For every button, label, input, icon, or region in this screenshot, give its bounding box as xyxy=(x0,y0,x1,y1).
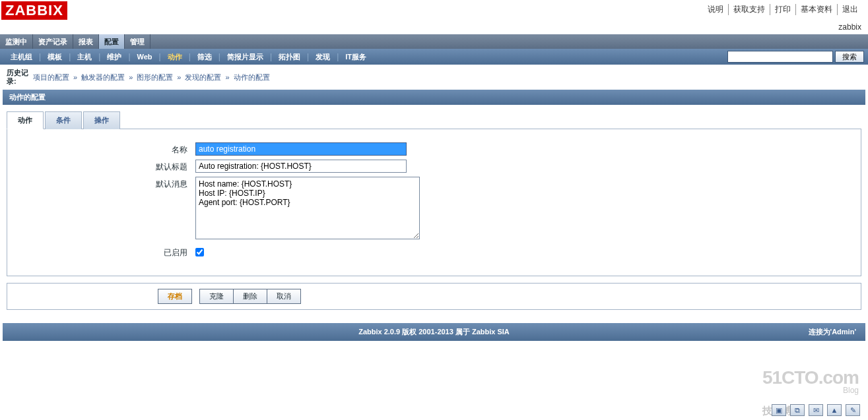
submenu-filters[interactable]: 筛选 xyxy=(191,52,218,62)
logo: ZABBIX xyxy=(1,1,67,20)
message-label: 默认消息 xyxy=(14,177,195,190)
submenu-discovery[interactable]: 发现 xyxy=(309,52,337,62)
menu-admin[interactable]: 管理 xyxy=(125,34,150,49)
delete-button[interactable]: 删除 xyxy=(233,289,267,304)
submenu-itservices[interactable]: IT服务 xyxy=(339,52,373,62)
enabled-label: 已启用 xyxy=(14,245,195,258)
history-item[interactable]: 动作的配置 xyxy=(234,73,270,82)
history-item[interactable]: 项目的配置 xyxy=(33,73,69,82)
form-panel: 名称 默认标题 默认消息 Host name: {HOST.HOST} Host… xyxy=(7,129,861,276)
history-label: 历史记录: xyxy=(7,69,33,86)
name-input[interactable] xyxy=(195,142,407,156)
menu-monitoring[interactable]: 监测中 xyxy=(0,34,33,49)
footer: Zabbix 2.0.9 版权 2001-2013 属于 Zabbix SIA … xyxy=(3,323,865,341)
save-button[interactable]: 存档 xyxy=(158,289,192,304)
menu-config[interactable]: 配置 xyxy=(99,34,125,49)
submenu-templates[interactable]: 模板 xyxy=(41,52,69,62)
button-panel: 存档 克隆 删除 取消 xyxy=(7,283,861,310)
main-menu: 监测中 资产记录 报表 配置 管理 xyxy=(0,34,868,49)
footer-text: Zabbix 2.0.9 版权 2001-2013 属于 Zabbix SIA xyxy=(358,327,510,337)
tab-action[interactable]: 动作 xyxy=(7,111,44,129)
tab-bar: 动作 条件 操作 xyxy=(7,111,868,129)
history-item[interactable]: 发现的配置 xyxy=(185,73,221,82)
history-item[interactable]: 触发器的配置 xyxy=(81,73,125,82)
menu-inventory[interactable]: 资产记录 xyxy=(33,34,73,49)
submenu-hostgroups[interactable]: 主机组 xyxy=(4,52,39,62)
submenu-maintenance[interactable]: 维护 xyxy=(100,52,128,62)
submenu-maps[interactable]: 拓扑图 xyxy=(272,52,307,62)
submenu-actions[interactable]: 动作 xyxy=(161,52,189,62)
sub-menu: 主机组| 模板| 主机| 维护| Web| 动作| 筛选| 简报片显示| 拓扑图… xyxy=(0,49,868,65)
submenu-web[interactable]: Web xyxy=(131,53,159,61)
top-link-logout[interactable]: 退出 xyxy=(838,4,863,15)
menu-reports[interactable]: 报表 xyxy=(73,34,99,49)
footer-user: 连接为'Admin' xyxy=(809,327,856,337)
section-header: 动作的配置 xyxy=(3,90,865,105)
top-links: 说明 获取支持 打印 基本资料 退出 xyxy=(703,4,863,15)
clone-button[interactable]: 克隆 xyxy=(199,289,234,304)
cancel-button[interactable]: 取消 xyxy=(267,289,301,304)
top-link-help[interactable]: 说明 xyxy=(703,4,729,15)
tab-conditions[interactable]: 条件 xyxy=(45,111,82,129)
subject-label: 默认标题 xyxy=(14,160,195,173)
history-item[interactable]: 图形的配置 xyxy=(137,73,173,82)
tab-operations[interactable]: 操作 xyxy=(83,111,120,129)
enabled-checkbox[interactable] xyxy=(195,248,204,256)
top-link-profile[interactable]: 基本资料 xyxy=(796,4,838,15)
submenu-hosts[interactable]: 主机 xyxy=(71,52,98,62)
name-label: 名称 xyxy=(14,142,195,156)
subject-input[interactable] xyxy=(195,160,407,173)
search-input[interactable] xyxy=(727,51,833,63)
top-link-print[interactable]: 打印 xyxy=(770,4,796,15)
top-link-support[interactable]: 获取支持 xyxy=(729,4,770,15)
message-textarea[interactable]: Host name: {HOST.HOST} Host IP: {HOST.IP… xyxy=(195,177,420,239)
user-label: zabbix xyxy=(0,21,868,34)
submenu-screens[interactable]: 简报片显示 xyxy=(220,52,270,62)
search-button[interactable]: 搜索 xyxy=(835,51,864,63)
